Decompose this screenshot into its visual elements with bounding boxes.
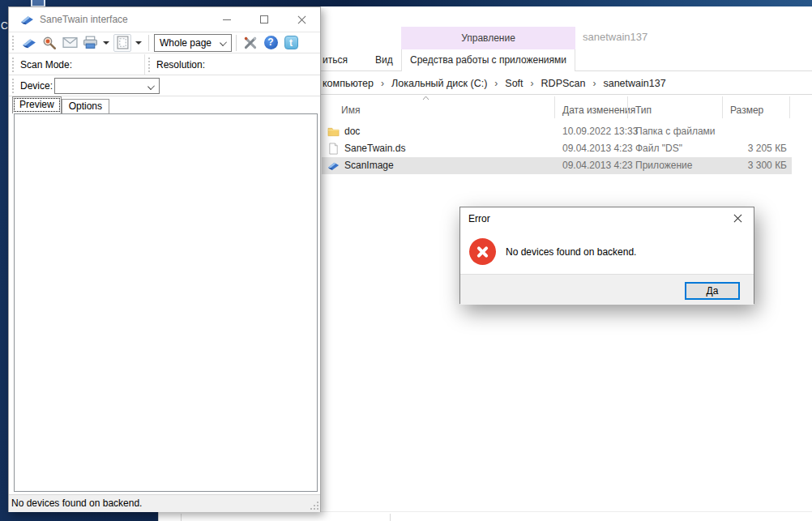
toolbar-separator [236, 35, 237, 51]
help-button[interactable]: ? [262, 34, 280, 52]
file-list-header: Имя Дата изменения Тип Размер [322, 95, 792, 120]
sanetwain-tabs: Preview Options [12, 96, 109, 113]
breadcrumb-separator-icon[interactable]: › [374, 72, 391, 95]
toolbar-gripper[interactable] [12, 36, 14, 50]
close-button[interactable] [283, 7, 320, 32]
breadcrumb-item[interactable]: Soft [505, 72, 523, 95]
sanetwain-window: SaneTwain interface [8, 6, 321, 512]
page-size-combobox[interactable]: Whole page [154, 34, 232, 52]
breadcrumb-separator-icon[interactable]: › [524, 72, 541, 95]
file-icon [327, 143, 340, 155]
preview-magnifier-button[interactable] [41, 34, 58, 52]
error-dialog-close-button[interactable] [721, 207, 754, 230]
panel-gripper[interactable] [12, 58, 14, 72]
file-list: doc 10.09.2022 13:33 Папка с файлами San… [322, 123, 792, 174]
file-row-sanetwain-ds[interactable]: SaneTwain.ds 09.04.2013 4:23 Файл "DS" 3… [322, 140, 792, 157]
page-size-value: Whole page [160, 37, 212, 49]
ribbon-tab-share[interactable]: иться [323, 49, 348, 71]
column-header-name[interactable]: Имя [341, 105, 360, 116]
maximize-button[interactable] [246, 7, 283, 32]
tab-options[interactable]: Options [62, 99, 109, 113]
file-name: doc [344, 123, 360, 140]
help-icon: ? [264, 36, 278, 49]
column-header-date[interactable]: Дата изменения [562, 105, 635, 116]
column-divider[interactable] [722, 96, 723, 118]
panel-gripper[interactable] [12, 79, 14, 93]
breadcrumb-item[interactable]: компьютер [323, 72, 374, 95]
file-type: Папка с файлами [635, 123, 716, 140]
scanmode-resolution-row: Scan Mode: Resolution: [9, 54, 320, 75]
sanetwain-toolbar: Whole page ? t [9, 32, 320, 53]
file-name: ScanImage [344, 157, 394, 174]
desktop: C sanetwain137 Управление иться Вид Сред… [0, 0, 812, 521]
error-icon [469, 238, 496, 265]
toolbar-separator [148, 35, 149, 51]
preview-area [14, 113, 318, 492]
tab-preview[interactable]: Preview [12, 96, 62, 113]
scan-mode-label: Scan Mode: [20, 59, 72, 70]
column-divider[interactable] [554, 96, 555, 118]
file-type: Файл "DS" [635, 140, 682, 157]
column-divider[interactable] [627, 96, 628, 118]
error-dialog-title: Error [468, 213, 490, 224]
print-button[interactable] [81, 34, 99, 52]
minimize-button[interactable] [208, 7, 246, 32]
device-label: Device: [20, 80, 53, 92]
error-dialog: Error No devices found on backend. Да [459, 207, 754, 304]
mail-button[interactable] [61, 34, 79, 52]
window-title: SaneTwain interface [40, 14, 128, 25]
file-size: 3 205 КБ [703, 140, 787, 157]
breadcrumb-separator-icon[interactable]: › [585, 72, 603, 95]
error-dialog-body: No devices found on backend. [460, 230, 754, 274]
error-dialog-titlebar[interactable]: Error [460, 207, 754, 230]
file-date: 10.09.2022 13:33 [562, 123, 638, 140]
chevron-down-icon [147, 83, 155, 90]
breadcrumb: компьютер›Локальный диск (C:)›Soft›RDPSc… [323, 72, 666, 95]
file-name: SaneTwain.ds [344, 140, 405, 157]
chevron-down-icon [220, 39, 227, 46]
yes-button[interactable]: Да [685, 282, 740, 300]
panel-gripper[interactable] [148, 58, 150, 72]
resolution-label: Resolution: [156, 59, 205, 70]
resolution-cell: Resolution: [145, 54, 320, 75]
scanner-app-icon [20, 13, 34, 27]
contextual-tab-group-label[interactable]: Управление [401, 27, 575, 49]
twitter-icon: t [284, 36, 298, 49]
file-row-scanimage-selected[interactable]: ScanImage 09.04.2013 4:23 Приложение 3 3… [322, 157, 792, 174]
breadcrumb-item[interactable]: Локальный диск (C:) [391, 72, 487, 95]
explorer-window-title: sanetwain137 [583, 31, 647, 43]
desktop-shortcut-label: C [1, 20, 8, 32]
twitter-button[interactable]: t [282, 34, 300, 52]
print-options-dropdown[interactable] [101, 34, 110, 52]
statusbar-divider [181, 514, 182, 521]
sanetwain-titlebar[interactable]: SaneTwain interface [9, 7, 320, 32]
sanetwain-statusbar: No devices found on backend. [9, 494, 320, 512]
breadcrumb-separator-icon[interactable]: › [487, 72, 505, 95]
device-row: Device: [9, 75, 320, 96]
statusbar-divider [390, 514, 391, 521]
file-row-doc[interactable]: doc 10.09.2022 13:33 Папка с файлами [322, 123, 792, 140]
folder-icon [327, 126, 340, 138]
status-text: No devices found on backend. [11, 498, 142, 509]
error-message: No devices found on backend. [506, 246, 636, 258]
resize-grip[interactable] [310, 502, 318, 510]
scan-button[interactable] [20, 34, 38, 52]
breadcrumb-item[interactable]: RDPScan [541, 72, 586, 95]
scanner-app-icon [327, 160, 340, 172]
sort-ascending-icon [422, 96, 430, 100]
column-divider[interactable] [789, 96, 790, 118]
file-date: 09.04.2013 4:23 [562, 140, 633, 157]
ribbon-tab-application-tools[interactable]: Средства работы с приложениями [401, 49, 575, 71]
column-header-size[interactable]: Размер [730, 105, 763, 116]
file-size: 3 300 КБ [703, 157, 787, 174]
column-header-type[interactable]: Тип [635, 105, 652, 116]
page-layout-button[interactable] [113, 34, 131, 52]
ribbon-tab-view[interactable]: Вид [375, 49, 393, 71]
device-combobox[interactable] [54, 78, 160, 94]
explorer-statusbar [159, 511, 812, 521]
settings-tools-button[interactable] [241, 34, 259, 52]
scan-mode-cell: Scan Mode: [9, 54, 145, 75]
file-date: 09.04.2013 4:23 [562, 157, 633, 174]
page-layout-dropdown[interactable] [134, 34, 143, 52]
breadcrumb-item[interactable]: sanetwain137 [603, 72, 665, 95]
